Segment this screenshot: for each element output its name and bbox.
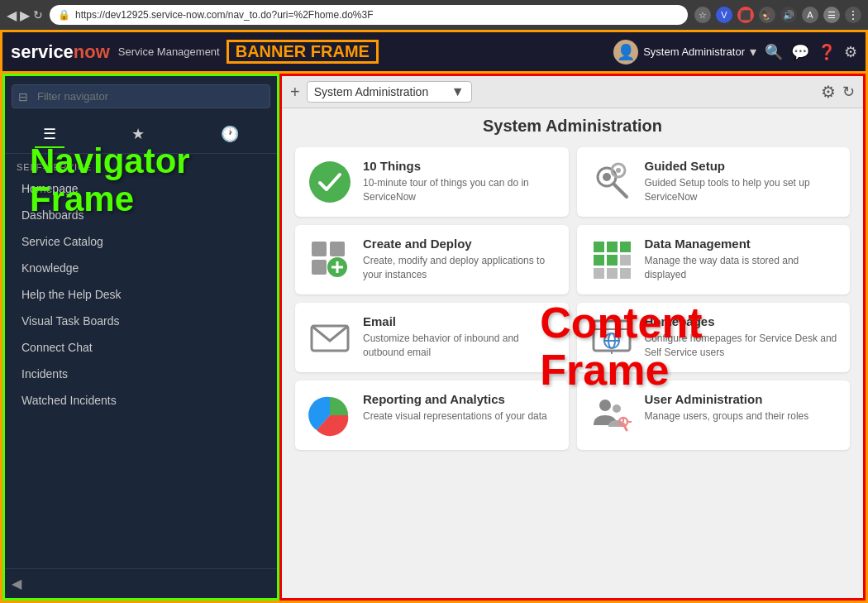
nav-item-help-desk[interactable]: Help the Help Desk xyxy=(5,281,277,308)
card-guided-setup-title: Guided Setup xyxy=(645,159,839,173)
filter-input-wrap: ⊟ xyxy=(12,84,270,108)
cards-grid: 10 Things 10-minute tour of things you c… xyxy=(295,147,850,450)
card-email-text: Email Customize behavior of inbound and … xyxy=(363,314,557,360)
extension-4-icon[interactable]: 🔊 xyxy=(780,7,797,23)
address-bar[interactable]: 🔒 https://dev12925.service-now.com/nav_t… xyxy=(50,5,688,25)
svg-rect-7 xyxy=(330,242,345,256)
filter-icon: ⊟ xyxy=(18,90,28,103)
card-user-admin-icon xyxy=(589,392,635,438)
svg-point-31 xyxy=(613,404,621,413)
content-page-title: System Administration xyxy=(295,117,850,136)
card-create-deploy[interactable]: Create and Deploy Create, modify and dep… xyxy=(295,225,569,294)
banner-sm-text: Service Management xyxy=(118,45,220,58)
back-button[interactable]: ◀ xyxy=(7,7,17,23)
nav-filter-section: ⊟ xyxy=(5,76,277,117)
nav-bottom: ◀ xyxy=(5,568,277,598)
nav-section-label: Self-Service xyxy=(5,154,277,175)
search-icon[interactable]: 🔍 xyxy=(765,43,783,61)
card-10things[interactable]: 10 Things 10-minute tour of things you c… xyxy=(295,147,569,217)
chat-icon[interactable]: 💬 xyxy=(791,43,809,61)
toolbar-gear-icon[interactable]: ⚙ xyxy=(821,82,836,102)
card-homepages[interactable]: Homepages Configure homepages for Servic… xyxy=(577,303,851,372)
nav-item-incidents[interactable]: Incidents xyxy=(5,361,277,387)
card-reporting-icon xyxy=(307,392,353,438)
card-guided-setup-icon xyxy=(589,159,635,205)
card-reporting-desc: Create visual representations of your da… xyxy=(363,409,547,424)
card-user-admin[interactable]: User Administration Manage users, groups… xyxy=(577,380,851,450)
tab-favorites[interactable]: ★ xyxy=(123,122,153,148)
card-data-management-desc: Manage the way data is stored and displa… xyxy=(645,254,839,282)
extension-1-icon[interactable]: V xyxy=(716,7,732,23)
svg-rect-20 xyxy=(620,268,631,279)
dropdown-caret-icon: ▼ xyxy=(451,84,465,99)
banner-icons: 🔍 💬 ❓ ⚙ xyxy=(765,43,857,61)
nav-item-watched-incidents[interactable]: Watched Incidents xyxy=(5,387,277,414)
card-email-icon xyxy=(307,314,353,361)
content-frame: + System Administration ▼ ⚙ ↻ System Adm… xyxy=(279,74,866,601)
svg-rect-18 xyxy=(594,268,604,279)
card-data-management-title: Data Management xyxy=(645,237,839,251)
card-user-admin-desc: Manage users, groups and their roles xyxy=(645,409,809,424)
tab-modules[interactable]: ☰ xyxy=(35,122,64,148)
settings-icon[interactable]: ⚙ xyxy=(844,43,857,61)
tab-history[interactable]: 🕐 xyxy=(212,122,247,148)
card-reporting-title: Reporting and Analytics xyxy=(363,392,547,406)
toolbar-refresh-icon[interactable]: ↻ xyxy=(842,83,855,101)
nav-item-knowledge[interactable]: Knowledge xyxy=(5,255,277,281)
add-tab-button[interactable]: + xyxy=(290,83,300,102)
svg-rect-17 xyxy=(620,255,631,266)
app-wrapper: servicenow Service Management BANNER FRA… xyxy=(0,30,868,603)
nav-item-connect-chat[interactable]: Connect Chat xyxy=(5,334,277,361)
filter-navigator-input[interactable] xyxy=(12,84,270,108)
card-homepages-icon xyxy=(589,314,635,361)
menu-icon[interactable]: ⋮ xyxy=(845,7,861,23)
svg-rect-13 xyxy=(607,242,618,252)
card-create-deploy-text: Create and Deploy Create, modify and dep… xyxy=(363,237,557,282)
card-10things-desc: 10-minute tour of things you can do in S… xyxy=(363,176,557,204)
card-guided-setup-text: Guided Setup Guided Setup tools to help … xyxy=(645,159,839,204)
help-icon[interactable]: ❓ xyxy=(818,43,836,61)
toolbar-select[interactable]: System Administration ▼ xyxy=(307,81,472,103)
nav-item-dashboards[interactable]: Dashboards xyxy=(5,202,277,228)
card-guided-setup[interactable]: Guided Setup Guided Setup tools to help … xyxy=(577,147,851,217)
content-body: System Administration 10 Things 10-m xyxy=(282,108,863,598)
navigator-frame: ⊟ ☰ ★ 🕐 Self-Service Homepage Dashboards… xyxy=(2,74,279,601)
svg-rect-15 xyxy=(594,255,604,266)
card-email-desc: Customize behavior of inbound and outbou… xyxy=(363,332,557,360)
url-text: https://dev12925.service-now.com/nav_to.… xyxy=(75,9,374,21)
extension-2-icon[interactable]: ⬛ xyxy=(737,7,754,23)
logo: servicenow xyxy=(11,41,110,63)
nav-item-visual-task-boards[interactable]: Visual Task Boards xyxy=(5,308,277,334)
svg-rect-12 xyxy=(594,242,604,252)
card-user-admin-text: User Administration Manage users, groups… xyxy=(645,392,809,424)
card-create-deploy-desc: Create, modify and deploy applications t… xyxy=(363,254,557,282)
forward-button[interactable]: ▶ xyxy=(20,7,30,23)
svg-point-2 xyxy=(603,173,611,181)
extension-5-icon[interactable]: A xyxy=(802,7,818,23)
browser-nav-buttons: ◀ ▶ ↻ xyxy=(7,7,43,23)
nav-item-homepage[interactable]: Homepage xyxy=(5,175,277,202)
logo-service-text: service xyxy=(11,41,74,63)
svg-rect-6 xyxy=(312,242,327,256)
banner-frame: servicenow Service Management BANNER FRA… xyxy=(2,32,866,74)
card-homepages-title: Homepages xyxy=(645,314,839,328)
card-email[interactable]: Email Customize behavior of inbound and … xyxy=(295,303,569,372)
user-caret-icon: ▾ xyxy=(750,44,756,60)
card-10things-text: 10 Things 10-minute tour of things you c… xyxy=(363,159,557,204)
card-10things-icon xyxy=(307,159,353,205)
card-reporting[interactable]: Reporting and Analytics Create visual re… xyxy=(295,380,569,450)
svg-point-0 xyxy=(309,161,351,203)
svg-rect-19 xyxy=(607,268,618,279)
nav-item-service-catalog[interactable]: Service Catalog xyxy=(5,228,277,255)
banner-user[interactable]: 👤 System Administrator ▾ xyxy=(613,40,756,65)
card-data-management[interactable]: Data Management Manage the way data is s… xyxy=(577,225,851,294)
bookmark-icon[interactable]: ☆ xyxy=(694,7,711,23)
card-data-management-text: Data Management Manage the way data is s… xyxy=(645,237,839,282)
card-user-admin-title: User Administration xyxy=(645,392,809,406)
user-name-text: System Administrator xyxy=(643,45,745,58)
nav-bottom-icon[interactable]: ◀ xyxy=(12,576,21,591)
extension-3-icon[interactable]: 🦅 xyxy=(759,7,775,23)
reload-button[interactable]: ↻ xyxy=(33,8,43,22)
extension-6-icon[interactable]: ☰ xyxy=(823,7,840,23)
browser-actions: ☆ V ⬛ 🦅 🔊 A ☰ ⋮ xyxy=(694,7,861,23)
